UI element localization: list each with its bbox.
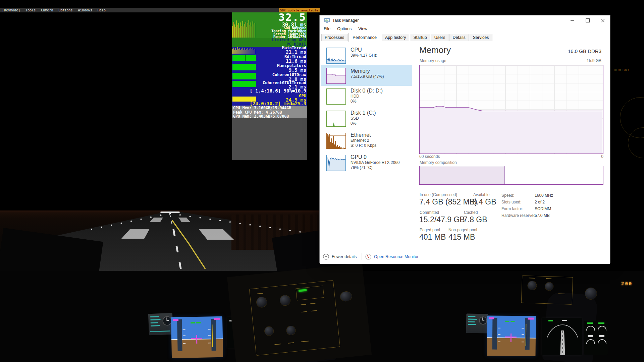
thread-time: 11.6 ms	[286, 58, 306, 64]
tab-users[interactable]: Users	[431, 34, 449, 41]
sidebar-sub: NVIDIA GeForce RTX 2060	[351, 160, 400, 165]
sidebar-title: Disk 1 (C:)	[351, 110, 376, 116]
footer-bar: Fewer details Open Resource Monitor	[320, 250, 610, 264]
chrono-display-left	[148, 313, 173, 335]
hw-reserved-value: 57.0 MB	[535, 213, 550, 218]
menu-devmode[interactable]: [DevMode]	[2, 8, 20, 12]
disk1-mini-graph	[326, 111, 346, 127]
menu-tools[interactable]: Tools	[25, 8, 36, 12]
gpu-mem: GPU Mem: 2.403GB/5.070GB	[233, 114, 307, 119]
nonpaged-pool-label: Non-paged pool	[448, 228, 477, 232]
slots-value: 2 of 2	[535, 200, 545, 204]
composition-modified-line	[506, 166, 506, 184]
cached-value: 7.8 GB	[463, 215, 487, 224]
resource-monitor-label: Open Resource Monitor	[374, 254, 419, 259]
available-value: 8.4 GB	[472, 197, 496, 206]
pedestal-panel-right	[521, 272, 607, 309]
sidebar-title: Memory	[351, 68, 384, 74]
tab-processes[interactable]: Processes	[321, 34, 347, 41]
in-use-value: 7.4 GB (852 MB)	[419, 197, 477, 206]
task-manager-window: Task Manager File Options View Processes…	[319, 15, 610, 263]
radio-frequency-display: 200	[621, 281, 633, 286]
sidebar-sub: 7.5/15.9 GB (47%)	[351, 74, 384, 79]
sidebar-item-ethernet[interactable]: Ethernet Ethernet 2 S: 0 R: 0 Kbps	[321, 132, 412, 153]
menu-file[interactable]: File	[324, 25, 330, 32]
overlay-panel-body	[232, 118, 307, 160]
sidebar-item-memory[interactable]: Memory 7.5/15.9 GB (47%)	[321, 65, 412, 86]
hw-reserved-label: Hardware reserved:	[501, 213, 537, 218]
sidebar-sub: SSD	[351, 116, 376, 121]
menu-view[interactable]: View	[358, 25, 367, 32]
sidebar-item-disk0[interactable]: Disk 0 (D: D:) HDD 0%	[321, 87, 412, 109]
fewer-details-button[interactable]: Fewer details	[323, 254, 357, 260]
manipulators-bar	[232, 64, 256, 70]
tab-app-history[interactable]: App history	[382, 34, 410, 41]
panel-knob	[340, 291, 352, 301]
menu-options[interactable]: Options	[58, 8, 72, 12]
memory-mini-graph	[326, 68, 346, 84]
committed-label: Committed	[420, 210, 439, 215]
available-label: Available	[473, 192, 489, 197]
time-axis-left: 60 seconds	[419, 154, 440, 159]
memory-composition-bar	[419, 166, 603, 185]
menu-camera[interactable]: Camera	[41, 8, 53, 12]
tab-performance[interactable]: Performance	[348, 33, 381, 42]
maximize-icon	[586, 18, 590, 22]
memory-usage-graph	[419, 65, 603, 154]
sim-menu-bar: [DevMode] Tools Camera Options Windows H…	[0, 8, 320, 12]
nd-display-right	[542, 318, 582, 355]
minimize-icon	[571, 20, 574, 21]
menu-help[interactable]: Help	[98, 8, 106, 12]
slots-label: Slots used:	[501, 200, 521, 204]
sidebar-title: GPU 0	[351, 154, 400, 160]
cpu-mem: CPU Mem: 3.160GB/15.944GB	[233, 106, 307, 110]
sidebar-item-disk1[interactable]: Disk 1 (C:) SSD 0%	[321, 110, 412, 131]
sidebar-item-cpu[interactable]: CPU 39% 4.17 GHz	[321, 47, 412, 66]
pfd-speed-readout	[173, 319, 178, 321]
sidebar-item-gpu0[interactable]: GPU 0 NVIDIA GeForce RTX 2060 76% (71 °C…	[321, 154, 412, 175]
tab-services[interactable]: Services	[470, 34, 492, 41]
tab-startup[interactable]: Startup	[410, 34, 430, 41]
sidebar-sub2: S: 0 R: 0 Kbps	[351, 143, 376, 148]
in-use-label: In use (Compressed)	[420, 192, 457, 197]
cpu-frame-range: [ 1.4:16.6] 90%=10.9	[250, 88, 306, 94]
frame-time-histogram	[232, 18, 256, 38]
cpu-mini-graph	[326, 48, 346, 64]
page-title: Memory	[419, 45, 451, 55]
paged-pool-value: 401 MB	[419, 233, 446, 242]
sidebar-sub2: 0%	[351, 99, 383, 104]
hud-brightness-label: HUD BRT	[614, 68, 630, 72]
tab-strip: Processes Performance App history Startu…	[320, 32, 610, 41]
nonpaged-pool-value: 415 MB	[448, 233, 475, 242]
form-factor-value: SODIMM	[535, 206, 551, 211]
thread-time: 21.1 ms	[286, 49, 306, 55]
close-button[interactable]	[595, 15, 610, 25]
sidebar-sub: Ethernet 2	[351, 138, 376, 143]
graph-time-axis: 60 seconds 0	[419, 154, 603, 159]
pfd-alt-readout	[214, 318, 220, 320]
resource-monitor-icon	[365, 254, 371, 260]
coherentgtui-bar	[232, 81, 256, 87]
maximize-button[interactable]	[580, 15, 595, 25]
chrono-display-right	[466, 313, 488, 333]
panel-knob	[585, 288, 597, 299]
sidebar-sub: HDD	[351, 94, 383, 99]
close-icon	[601, 19, 605, 22]
coherentgtdraw-bar	[232, 73, 256, 79]
fps-value: 32.5	[278, 11, 306, 23]
window-title: Task Manager	[332, 18, 359, 23]
open-resource-monitor-link[interactable]: Open Resource Monitor	[365, 254, 419, 260]
tab-details[interactable]: Details	[449, 34, 469, 41]
committed-value: 15.2/47.9 GB	[419, 215, 465, 224]
composition-inuse-segment	[420, 166, 505, 184]
pfd-display-left	[171, 316, 223, 358]
composition-label: Memory composition	[420, 160, 457, 165]
clock-face	[162, 316, 172, 326]
menu-options[interactable]: Options	[337, 25, 352, 32]
paged-pool-label: Paged pool	[420, 228, 440, 232]
title-bar[interactable]: Task Manager	[320, 15, 610, 25]
time-axis-right: 0	[601, 154, 603, 159]
menu-windows[interactable]: Windows	[78, 8, 92, 12]
clock-face	[479, 316, 487, 324]
minimize-button[interactable]	[565, 15, 580, 25]
